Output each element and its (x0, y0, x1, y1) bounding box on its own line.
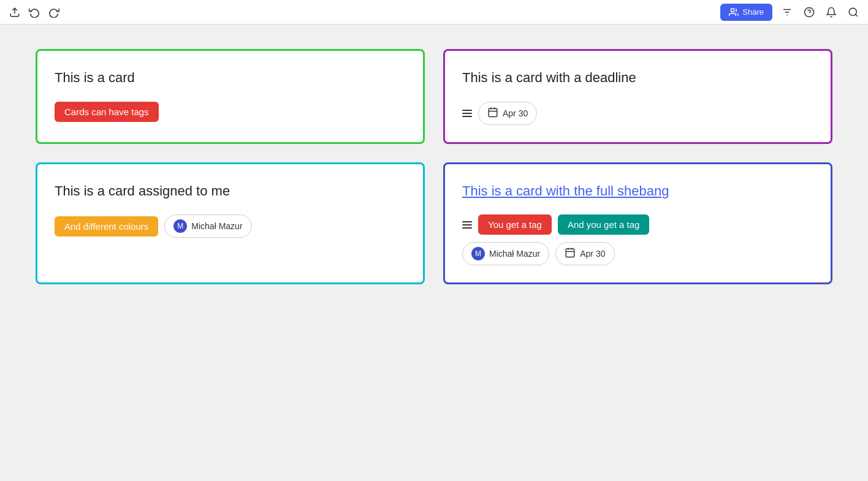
toolbar: Share (0, 0, 868, 25)
card-1-tag-0[interactable]: Cards can have tags (55, 102, 159, 122)
lines-icon (462, 110, 472, 117)
card-4-deadline[interactable]: Apr 30 (555, 242, 614, 265)
upload-icon[interactable] (7, 5, 22, 20)
toolbar-right: Share (720, 4, 861, 21)
toolbar-left (7, 5, 61, 20)
card-4-tag-0[interactable]: You get a tag (478, 214, 552, 235)
card-3-tag-0[interactable]: And different colours (55, 216, 158, 237)
card-3-title: This is a card assigned to me (55, 183, 406, 200)
card-4-assignee-0-name: Michał Mazur (489, 249, 540, 259)
card-3-assignee-0[interactable]: M Michał Mazur (164, 214, 251, 238)
card-2-deadline-text: Apr 30 (503, 108, 528, 118)
card-4-deadline-text: Apr 30 (580, 249, 605, 259)
redo-icon[interactable] (47, 5, 61, 20)
card-2-title: This is a card with a deadline (462, 69, 813, 87)
card-4-assignee-0[interactable]: M Michał Mazur (462, 242, 549, 265)
cards-grid: This is a card Cards can have tags This … (36, 49, 832, 284)
card-4-footer-top: You get a tag And you get a tag (462, 214, 813, 235)
share-label: Share (742, 7, 764, 17)
share-button[interactable]: Share (720, 4, 772, 21)
card-2[interactable]: This is a card with a deadline Apr 30 (443, 49, 832, 144)
svg-rect-13 (566, 249, 575, 257)
card-2-deadline[interactable]: Apr 30 (478, 102, 537, 125)
undo-icon[interactable] (27, 5, 42, 20)
card-4-calendar-icon (565, 247, 576, 260)
svg-point-1 (731, 9, 734, 12)
card-4[interactable]: This is a card with the full shebang You… (443, 162, 832, 285)
card-1-title: This is a card (55, 69, 406, 87)
avatar-icon: M (173, 219, 187, 233)
card-3-assignee-0-name: Michał Mazur (191, 221, 242, 231)
card-1[interactable]: This is a card Cards can have tags (36, 49, 425, 144)
svg-rect-9 (489, 108, 497, 117)
help-icon[interactable] (802, 5, 817, 20)
search-icon[interactable] (846, 5, 861, 20)
svg-line-8 (855, 14, 857, 16)
card-4-footer-bottom: M Michał Mazur Apr 30 (462, 242, 813, 265)
card-4-lines-icon (462, 221, 472, 229)
card-4-title-link[interactable]: This is a card with the full shebang (462, 183, 813, 200)
card-1-footer: Cards can have tags (55, 102, 406, 122)
card-4-tag-1[interactable]: And you get a tag (558, 214, 650, 235)
card-3-footer: And different colours M Michał Mazur (55, 214, 406, 238)
calendar-icon (487, 107, 498, 120)
canvas: This is a card Cards can have tags This … (0, 25, 868, 481)
filters-icon[interactable] (780, 5, 794, 20)
card-3[interactable]: This is a card assigned to me And differ… (36, 162, 425, 285)
svg-point-7 (849, 8, 856, 15)
card-4-avatar-icon: M (471, 247, 485, 260)
notifications-icon[interactable] (824, 5, 839, 20)
card-2-footer: Apr 30 (462, 102, 813, 125)
